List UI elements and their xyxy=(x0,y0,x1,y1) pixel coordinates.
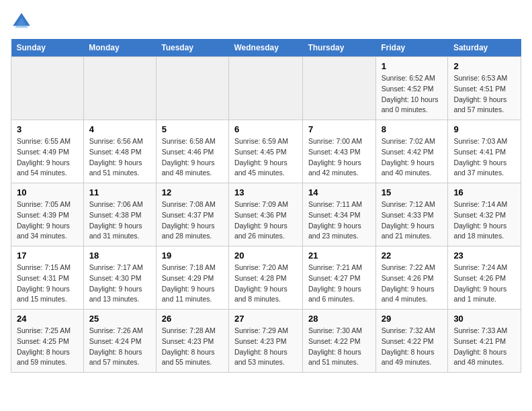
day-info: Sunrise: 7:21 AM Sunset: 4:27 PM Dayligh… xyxy=(308,263,370,305)
day-info: Sunrise: 7:06 AM Sunset: 4:38 PM Dayligh… xyxy=(89,199,150,242)
day-number: 25 xyxy=(89,314,150,324)
day-number: 8 xyxy=(382,124,443,134)
day-number: 14 xyxy=(308,187,370,197)
header-sunday: Sunday xyxy=(11,39,84,57)
day-cell: 4Sunrise: 6:56 AM Sunset: 4:48 PM Daylig… xyxy=(83,120,156,183)
day-info: Sunrise: 7:03 AM Sunset: 4:41 PM Dayligh… xyxy=(453,136,515,179)
day-cell xyxy=(228,57,302,120)
day-cell: 1Sunrise: 6:52 AM Sunset: 4:52 PM Daylig… xyxy=(375,57,448,120)
day-info: Sunrise: 7:02 AM Sunset: 4:42 PM Dayligh… xyxy=(382,136,443,179)
day-number: 20 xyxy=(234,250,297,261)
day-number: 9 xyxy=(453,124,515,134)
day-number: 17 xyxy=(17,250,78,261)
day-number: 6 xyxy=(234,124,297,134)
day-info: Sunrise: 6:53 AM Sunset: 4:51 PM Dayligh… xyxy=(453,73,515,116)
day-info: Sunrise: 7:24 AM Sunset: 4:26 PM Dayligh… xyxy=(453,263,515,305)
day-cell: 18Sunrise: 7:17 AM Sunset: 4:30 PM Dayli… xyxy=(83,246,156,310)
day-number: 4 xyxy=(89,124,150,134)
day-cell: 23Sunrise: 7:24 AM Sunset: 4:26 PM Dayli… xyxy=(448,246,521,310)
day-info: Sunrise: 7:00 AM Sunset: 4:43 PM Dayligh… xyxy=(308,136,370,179)
day-number: 15 xyxy=(382,187,443,197)
day-cell: 20Sunrise: 7:20 AM Sunset: 4:28 PM Dayli… xyxy=(228,246,302,310)
day-cell: 29Sunrise: 7:32 AM Sunset: 4:22 PM Dayli… xyxy=(375,310,448,373)
calendar-header-row: SundayMondayTuesdayWednesdayThursdayFrid… xyxy=(11,39,521,57)
day-info: Sunrise: 7:09 AM Sunset: 4:36 PM Dayligh… xyxy=(234,199,297,242)
day-info: Sunrise: 7:30 AM Sunset: 4:22 PM Dayligh… xyxy=(308,326,370,368)
day-number: 23 xyxy=(453,250,515,261)
header-thursday: Thursday xyxy=(302,39,375,57)
day-number: 22 xyxy=(382,250,443,261)
day-info: Sunrise: 7:26 AM Sunset: 4:24 PM Dayligh… xyxy=(89,326,150,368)
day-cell: 7Sunrise: 7:00 AM Sunset: 4:43 PM Daylig… xyxy=(302,120,375,183)
day-number: 19 xyxy=(162,250,223,261)
day-number: 18 xyxy=(89,250,150,261)
day-number: 3 xyxy=(17,124,78,134)
day-cell: 26Sunrise: 7:28 AM Sunset: 4:23 PM Dayli… xyxy=(156,310,228,373)
day-number: 26 xyxy=(162,314,223,324)
day-cell: 30Sunrise: 7:33 AM Sunset: 4:21 PM Dayli… xyxy=(448,310,521,373)
week-row-1: 1Sunrise: 6:52 AM Sunset: 4:52 PM Daylig… xyxy=(11,57,521,120)
day-number: 30 xyxy=(453,314,515,324)
day-info: Sunrise: 7:22 AM Sunset: 4:26 PM Dayligh… xyxy=(382,263,443,305)
header-monday: Monday xyxy=(83,39,156,57)
day-info: Sunrise: 7:14 AM Sunset: 4:32 PM Dayligh… xyxy=(453,199,515,242)
day-cell: 25Sunrise: 7:26 AM Sunset: 4:24 PM Dayli… xyxy=(83,310,156,373)
day-number: 2 xyxy=(453,61,515,71)
day-cell: 14Sunrise: 7:11 AM Sunset: 4:34 PM Dayli… xyxy=(302,183,375,246)
day-info: Sunrise: 7:32 AM Sunset: 4:22 PM Dayligh… xyxy=(382,326,443,368)
header-friday: Friday xyxy=(375,39,448,57)
page-header xyxy=(11,11,521,32)
header-tuesday: Tuesday xyxy=(156,39,228,57)
day-cell: 24Sunrise: 7:25 AM Sunset: 4:25 PM Dayli… xyxy=(11,310,84,373)
day-info: Sunrise: 7:29 AM Sunset: 4:23 PM Dayligh… xyxy=(234,326,297,368)
day-info: Sunrise: 6:52 AM Sunset: 4:52 PM Dayligh… xyxy=(382,73,443,116)
week-row-4: 17Sunrise: 7:15 AM Sunset: 4:31 PM Dayli… xyxy=(11,246,521,310)
day-cell: 15Sunrise: 7:12 AM Sunset: 4:33 PM Dayli… xyxy=(375,183,448,246)
day-number: 13 xyxy=(234,187,297,197)
day-cell: 11Sunrise: 7:06 AM Sunset: 4:38 PM Dayli… xyxy=(83,183,156,246)
day-cell: 12Sunrise: 7:08 AM Sunset: 4:37 PM Dayli… xyxy=(156,183,228,246)
day-info: Sunrise: 7:20 AM Sunset: 4:28 PM Dayligh… xyxy=(234,263,297,305)
day-number: 10 xyxy=(17,187,78,197)
day-number: 21 xyxy=(308,250,370,261)
day-number: 28 xyxy=(308,314,370,324)
header-saturday: Saturday xyxy=(448,39,521,57)
header-wednesday: Wednesday xyxy=(228,39,302,57)
day-cell: 21Sunrise: 7:21 AM Sunset: 4:27 PM Dayli… xyxy=(302,246,375,310)
day-cell: 13Sunrise: 7:09 AM Sunset: 4:36 PM Dayli… xyxy=(228,183,302,246)
day-number: 11 xyxy=(89,187,150,197)
day-info: Sunrise: 7:25 AM Sunset: 4:25 PM Dayligh… xyxy=(17,326,78,368)
day-cell: 27Sunrise: 7:29 AM Sunset: 4:23 PM Dayli… xyxy=(228,310,302,373)
week-row-5: 24Sunrise: 7:25 AM Sunset: 4:25 PM Dayli… xyxy=(11,310,521,373)
day-info: Sunrise: 7:33 AM Sunset: 4:21 PM Dayligh… xyxy=(453,326,515,368)
day-info: Sunrise: 6:56 AM Sunset: 4:48 PM Dayligh… xyxy=(89,136,150,179)
day-info: Sunrise: 6:59 AM Sunset: 4:45 PM Dayligh… xyxy=(234,136,297,179)
day-cell: 3Sunrise: 6:55 AM Sunset: 4:49 PM Daylig… xyxy=(11,120,84,183)
day-cell: 6Sunrise: 6:59 AM Sunset: 4:45 PM Daylig… xyxy=(228,120,302,183)
logo xyxy=(11,11,35,32)
day-number: 29 xyxy=(382,314,443,324)
day-info: Sunrise: 6:58 AM Sunset: 4:46 PM Dayligh… xyxy=(162,136,223,179)
day-number: 1 xyxy=(382,61,443,71)
day-number: 7 xyxy=(308,124,370,134)
day-cell xyxy=(83,57,156,120)
day-info: Sunrise: 7:28 AM Sunset: 4:23 PM Dayligh… xyxy=(162,326,223,368)
logo-icon xyxy=(11,11,32,32)
day-cell: 8Sunrise: 7:02 AM Sunset: 4:42 PM Daylig… xyxy=(375,120,448,183)
day-info: Sunrise: 7:08 AM Sunset: 4:37 PM Dayligh… xyxy=(162,199,223,242)
week-row-3: 10Sunrise: 7:05 AM Sunset: 4:39 PM Dayli… xyxy=(11,183,521,246)
day-cell: 22Sunrise: 7:22 AM Sunset: 4:26 PM Dayli… xyxy=(375,246,448,310)
day-cell: 5Sunrise: 6:58 AM Sunset: 4:46 PM Daylig… xyxy=(156,120,228,183)
day-cell: 16Sunrise: 7:14 AM Sunset: 4:32 PM Dayli… xyxy=(448,183,521,246)
day-cell xyxy=(302,57,375,120)
day-cell: 9Sunrise: 7:03 AM Sunset: 4:41 PM Daylig… xyxy=(448,120,521,183)
day-cell: 19Sunrise: 7:18 AM Sunset: 4:29 PM Dayli… xyxy=(156,246,228,310)
day-number: 12 xyxy=(162,187,223,197)
day-cell xyxy=(156,57,228,120)
day-cell: 17Sunrise: 7:15 AM Sunset: 4:31 PM Dayli… xyxy=(11,246,84,310)
day-info: Sunrise: 7:11 AM Sunset: 4:34 PM Dayligh… xyxy=(308,199,370,242)
calendar-table: SundayMondayTuesdayWednesdayThursdayFrid… xyxy=(11,39,521,373)
day-info: Sunrise: 7:12 AM Sunset: 4:33 PM Dayligh… xyxy=(382,199,443,242)
day-cell: 28Sunrise: 7:30 AM Sunset: 4:22 PM Dayli… xyxy=(302,310,375,373)
day-number: 5 xyxy=(162,124,223,134)
